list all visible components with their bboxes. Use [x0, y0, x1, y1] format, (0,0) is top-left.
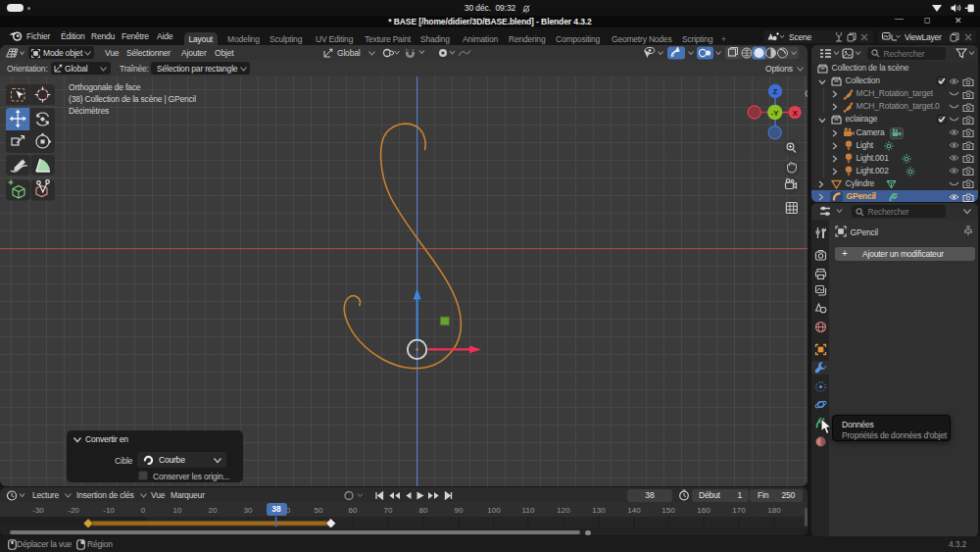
svg-text:X: X [792, 108, 798, 117]
svg-text:❮: ❮ [804, 89, 808, 97]
svg-text:-Y: -Y [771, 108, 780, 117]
svg-text:Z: Z [773, 87, 778, 96]
